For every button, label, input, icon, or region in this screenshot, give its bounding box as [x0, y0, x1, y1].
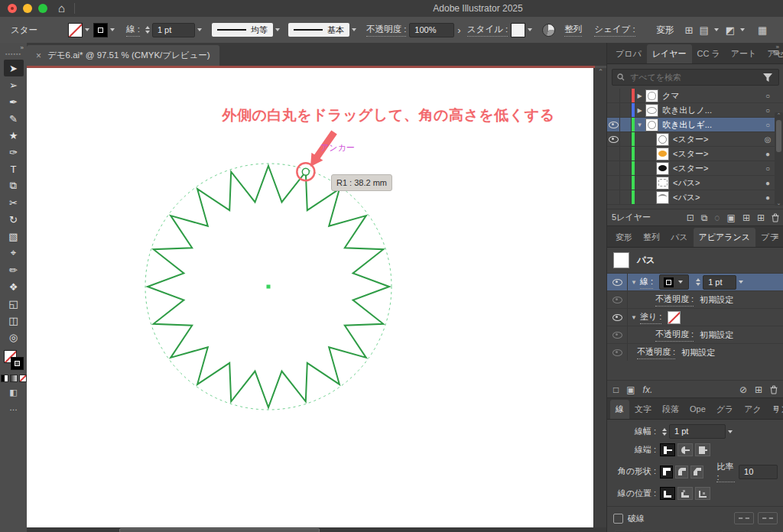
gradient-button[interactable] [10, 375, 18, 382]
layers-search[interactable] [612, 69, 779, 86]
join-bevel-button[interactable] [690, 466, 703, 478]
panel-tab[interactable]: 段落 [657, 400, 684, 419]
target-indicator[interactable]: ○ [761, 106, 775, 115]
graphic-style-swatch[interactable] [511, 23, 525, 37]
screen-mode-icon[interactable]: ◧ [9, 388, 17, 397]
delete-item-icon[interactable] [770, 385, 778, 394]
layer-thumbnail[interactable] [656, 191, 669, 204]
filter-funnel-icon[interactable] [763, 73, 772, 82]
color-button[interactable] [1, 375, 8, 382]
visibility-eye-icon[interactable] [612, 314, 622, 321]
target-indicator[interactable]: ○ [761, 92, 775, 100]
layer-thumbnail[interactable] [656, 162, 669, 175]
appearance-stroke-row[interactable]: ▼ 線 : 1 pt [607, 273, 783, 290]
recolor-artwork-icon[interactable] [542, 24, 555, 37]
symbol-sprayer-tool[interactable]: ❖ [4, 278, 24, 295]
layer-name[interactable]: <パス> [673, 177, 761, 189]
align-inside-button[interactable] [677, 487, 693, 500]
layer-name[interactable]: <パス> [673, 192, 761, 203]
dashed-line-checkbox[interactable] [613, 514, 623, 524]
appearance-opacity-row[interactable]: 不透明度 : 初期設定 [607, 343, 783, 361]
align-outside-button[interactable] [695, 487, 710, 500]
panel-menu-icon[interactable]: ≡ [773, 232, 778, 240]
lock-column[interactable] [620, 176, 632, 190]
miter-limit-value[interactable]: 10 [739, 465, 778, 479]
panel-tab[interactable]: レイヤー [647, 44, 692, 63]
opacity-label[interactable]: 不透明度 : [637, 346, 675, 359]
chevron-down-icon[interactable] [678, 281, 683, 284]
join-round-button[interactable] [675, 466, 688, 478]
visibility-eye-icon[interactable] [612, 332, 622, 339]
more-tools-icon[interactable]: … [9, 403, 18, 412]
weight-value[interactable]: 1 pt [669, 424, 726, 439]
eyedropper-tool[interactable]: ✏ [4, 261, 24, 278]
panel-tab[interactable]: パス [665, 228, 694, 247]
layer-thumbnail[interactable] [645, 89, 658, 102]
panel-tab[interactable]: グラ [711, 400, 739, 419]
panel-tab[interactable]: アピアランス [694, 228, 756, 247]
shape-label[interactable]: シェイプ : [594, 24, 635, 37]
expand-arrow-icon[interactable]: ▶ [635, 107, 645, 114]
target-indicator[interactable]: ● [761, 179, 775, 187]
shape-builder-tool[interactable]: ◫ [4, 312, 24, 329]
target-indicator[interactable]: ○ [761, 164, 775, 173]
panel-tab[interactable]: プロパ [610, 44, 647, 63]
search-input[interactable] [629, 72, 755, 83]
stroke-weight-value[interactable]: 1 pt [152, 23, 195, 37]
stroke-weight-value[interactable]: 1 pt [703, 275, 736, 290]
visibility-eye-icon[interactable] [609, 122, 619, 128]
target-indicator[interactable]: ◎ [761, 135, 775, 144]
style-label[interactable]: スタイル : [467, 24, 508, 37]
chevron-down-icon[interactable] [352, 28, 356, 31]
layer-name[interactable]: 吹き出しギ... [662, 119, 761, 131]
layer-row[interactable]: ▼ 吹き出しギ... ○ [607, 118, 783, 132]
stroke-swatch[interactable] [664, 277, 674, 287]
add-effect-icon[interactable]: fx. [643, 385, 653, 394]
zoom-tool[interactable]: ◎ [4, 329, 24, 345]
new-fill-icon[interactable]: ▣ [626, 385, 635, 394]
panel-tab[interactable]: CC ラ [692, 44, 726, 63]
panel-tab[interactable]: 整列 [638, 228, 665, 247]
none-button[interactable] [19, 375, 27, 382]
layer-row[interactable]: ▶ 吹き出しノ... ○ [607, 103, 783, 118]
expand-arrow-icon[interactable]: ▼ [635, 122, 645, 128]
visibility-eye-icon[interactable] [612, 279, 622, 286]
locate-object-icon[interactable]: ◌ [714, 213, 720, 222]
stroke-weight-stepper[interactable] [145, 26, 150, 34]
expand-arrow-icon[interactable]: ▶ [635, 92, 645, 99]
preserve-dash-button[interactable] [734, 512, 754, 524]
stroke-weight-label[interactable]: 線 : [126, 24, 140, 37]
corner-widget-anchor[interactable] [302, 168, 309, 175]
duplicate-item-icon[interactable]: ⊞ [755, 385, 762, 394]
star-tool[interactable]: ★ [4, 127, 24, 144]
new-sublayer-icon[interactable]: ⊞ [742, 213, 750, 222]
target-indicator[interactable]: ● [761, 150, 775, 158]
panel-tab[interactable]: 文字 [629, 400, 657, 419]
make-mask-icon[interactable]: ▣ [727, 213, 736, 222]
opacity-panel-arrow-icon[interactable]: › [457, 24, 460, 36]
home-icon[interactable]: ⌂ [58, 0, 65, 17]
star-center-point[interactable] [267, 285, 271, 289]
minimize-window-button[interactable] [23, 4, 32, 13]
layer-thumbnail[interactable] [645, 118, 658, 131]
expand-arrow-icon[interactable]: ▼ [628, 279, 640, 286]
stroke-proxy-icon[interactable] [11, 357, 24, 370]
collect-for-export-icon[interactable]: ⊡ [687, 213, 694, 222]
expand-tools-icon[interactable]: » [21, 44, 24, 51]
document-setup-icon[interactable]: ▦ [758, 24, 767, 36]
clear-appearance-icon[interactable]: ⊘ [739, 385, 747, 394]
target-indicator[interactable]: ○ [761, 121, 775, 129]
layer-name[interactable]: クマ [662, 90, 761, 102]
chevron-down-icon[interactable] [728, 430, 733, 433]
export-icon[interactable]: ⧉ [701, 213, 708, 222]
layers-scrollbar[interactable]: ⌃⌄ [775, 112, 783, 206]
close-window-button[interactable] [8, 4, 17, 13]
artboard-tool[interactable]: ◱ [4, 295, 24, 312]
lock-column[interactable] [620, 147, 632, 161]
direct-selection-tool[interactable]: ➢ [4, 76, 24, 93]
layer-row[interactable]: ▶ クマ ○ [607, 89, 783, 103]
chevron-down-icon[interactable] [197, 28, 202, 31]
layer-name[interactable]: <スター> [673, 163, 761, 174]
layer-name[interactable]: <スター> [673, 134, 761, 145]
panel-menu-icon[interactable]: ≡ [773, 49, 778, 57]
